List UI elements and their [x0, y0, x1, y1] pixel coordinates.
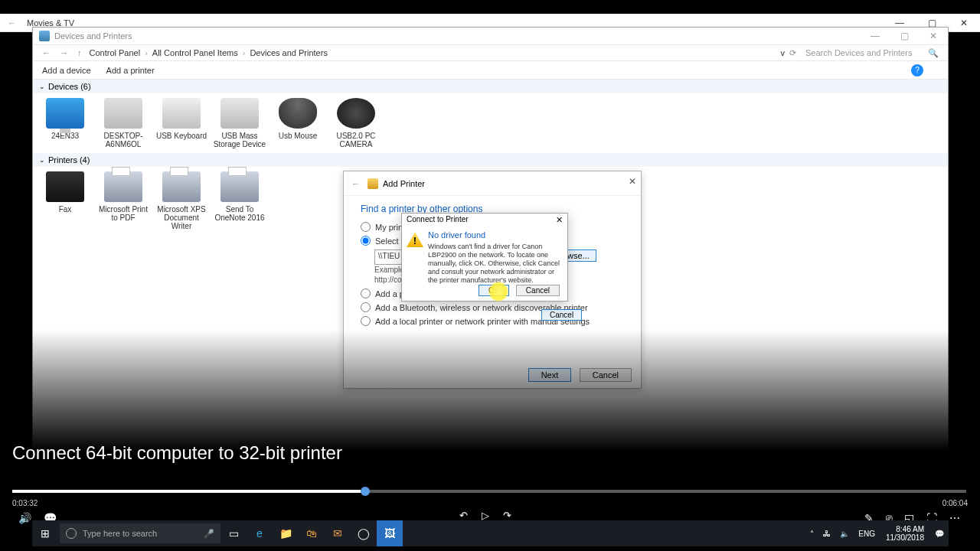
- tray-up-icon[interactable]: ˄: [805, 530, 818, 538]
- explorer-titlebar: Devices and Printers — ▢ ✕: [33, 28, 948, 44]
- status-bar: 10 items: [32, 487, 949, 502]
- skip-back-icon[interactable]: ↶: [459, 510, 468, 521]
- ex-max-button[interactable]: ▢: [890, 31, 919, 41]
- store-icon[interactable]: 🛍: [299, 520, 325, 546]
- time-duration: 0:06:04: [942, 499, 968, 507]
- cancel-button[interactable]: Cancel: [580, 368, 632, 382]
- opt-bt[interactable]: [361, 302, 371, 312]
- printer-icon: [104, 171, 142, 202]
- printers-section-header[interactable]: ⌄Printers (4): [33, 153, 948, 167]
- app-title: Movies & TV: [24, 18, 74, 28]
- sound-icon[interactable]: 🔈: [835, 530, 854, 538]
- nav-up-icon[interactable]: ↑: [73, 48, 87, 57]
- window-title: Devices and Printers: [54, 31, 132, 41]
- taskbar-clock[interactable]: 8:46 AM11/30/2018: [880, 525, 930, 542]
- mouse-icon: [279, 98, 317, 129]
- close-button[interactable]: ✕: [948, 18, 980, 28]
- item-label: Fax: [38, 205, 93, 214]
- search-input[interactable]: Search Devices and Printers: [801, 48, 923, 57]
- item-label: USB2.0 PC CAMERA: [328, 132, 384, 148]
- fax-icon: [46, 171, 84, 202]
- mail-icon[interactable]: ✉: [325, 520, 351, 546]
- add-device-link[interactable]: Add a device: [42, 66, 91, 75]
- ok-button[interactable]: OK: [479, 285, 509, 296]
- address-bar: ←→↑ Control Panel› All Control Panel Ite…: [33, 44, 948, 61]
- sub-heading: No driver found: [428, 230, 561, 240]
- opt-tcpip[interactable]: [361, 289, 371, 298]
- wiz-close-button[interactable]: ✕: [629, 176, 636, 187]
- device-item[interactable]: Microsoft XPS Document Writer: [154, 171, 209, 230]
- task-view-icon[interactable]: ▭: [220, 520, 247, 546]
- next-button[interactable]: Next: [528, 368, 572, 382]
- device-item[interactable]: USB Keyboard: [154, 98, 209, 148]
- mic-icon[interactable]: 🎤: [204, 529, 214, 539]
- sub-cancel-button[interactable]: Cancel: [516, 285, 560, 296]
- add-printer-link[interactable]: Add a printer: [106, 66, 155, 75]
- command-bar: Add a device Add a printer ?: [33, 61, 948, 80]
- breadcrumb[interactable]: Devices and Printers: [247, 48, 331, 57]
- sub-message: Windows can't find a driver for Canon LB…: [428, 243, 561, 285]
- item-label: USB Mass Storage Device: [212, 132, 267, 148]
- play-icon[interactable]: ▷: [482, 510, 489, 521]
- taskbar-search[interactable]: Type here to search🎤: [60, 523, 220, 543]
- monitor-icon: [46, 98, 84, 129]
- device-item[interactable]: DESKTOP-A6NM6OL: [96, 98, 151, 148]
- item-label: Microsoft Print to PDF: [96, 205, 151, 222]
- sub-title: Connect to Printer: [407, 215, 469, 226]
- video-caption: Connect 64-bit computer to 32-bit printe…: [12, 442, 342, 464]
- breadcrumb[interactable]: All Control Panel Items: [149, 48, 241, 57]
- warning-icon: !: [407, 232, 423, 247]
- ex-close-button[interactable]: ✕: [919, 31, 948, 41]
- cam-icon: [337, 98, 375, 129]
- back-arrow-icon[interactable]: ←: [0, 18, 24, 28]
- printer-icon: [220, 171, 259, 202]
- tower-icon: [104, 98, 142, 129]
- ex-min-button[interactable]: —: [861, 31, 890, 41]
- cortana-icon: [66, 528, 77, 539]
- file-explorer-icon[interactable]: 📁: [273, 520, 299, 546]
- search-icon[interactable]: 🔍: [923, 48, 943, 58]
- help-icon[interactable]: ?: [911, 64, 923, 77]
- lang-indicator[interactable]: ENG: [854, 530, 880, 538]
- video-scrubber[interactable]: [12, 490, 966, 493]
- printer-icon: [368, 178, 378, 189]
- item-label: Microsoft XPS Document Writer: [154, 205, 209, 230]
- device-item[interactable]: USB Mass Storage Device: [212, 98, 267, 148]
- device-item[interactable]: Send To OneNote 2016: [212, 171, 267, 230]
- time-current: 0:03:32: [12, 499, 38, 507]
- printer-icon: [162, 171, 201, 202]
- start-button[interactable]: ⊞: [32, 520, 58, 546]
- chrome-icon[interactable]: ◯: [351, 520, 377, 546]
- item-label: Send To OneNote 2016: [212, 205, 267, 222]
- scrub-knob[interactable]: [361, 487, 370, 496]
- breadcrumb[interactable]: Control Panel: [87, 48, 144, 57]
- action-center-icon[interactable]: 💬: [930, 530, 949, 538]
- photos-icon[interactable]: 🖼: [377, 520, 403, 546]
- nav-back-icon[interactable]: ←: [38, 48, 55, 57]
- opt-local[interactable]: [361, 316, 371, 326]
- refresh-icon[interactable]: ⟳: [785, 48, 801, 58]
- devices-section-header[interactable]: ⌄Devices (6): [33, 80, 948, 93]
- usb-icon: [220, 98, 259, 129]
- item-label: DESKTOP-A6NM6OL: [96, 132, 151, 148]
- nav-fwd-icon[interactable]: →: [55, 48, 73, 57]
- network-icon[interactable]: 🖧: [818, 530, 835, 538]
- device-item[interactable]: Microsoft Print to PDF: [96, 171, 151, 230]
- device-item[interactable]: USB2.0 PC CAMERA: [328, 98, 384, 148]
- progress-cancel-button[interactable]: Cancel: [541, 309, 582, 321]
- device-item[interactable]: Usb Mouse: [270, 98, 325, 148]
- opt-shared[interactable]: [361, 236, 371, 246]
- kbd-icon: [162, 98, 201, 129]
- printer-icon: [39, 31, 50, 41]
- edge-icon[interactable]: e: [247, 520, 273, 546]
- opt-older[interactable]: [361, 222, 371, 232]
- windows-taskbar: ⊞ Type here to search🎤 ▭ e 📁 🛍 ✉ ◯ 🖼 ˄ 🖧…: [32, 520, 949, 546]
- skip-fwd-icon[interactable]: ↷: [503, 510, 511, 521]
- device-item[interactable]: Fax: [38, 171, 93, 230]
- item-label: USB Keyboard: [154, 132, 209, 140]
- device-item[interactable]: 24EN33: [38, 98, 93, 148]
- item-label: Usb Mouse: [270, 132, 325, 140]
- wiz-back-icon[interactable]: ←: [351, 179, 360, 188]
- sub-close-button[interactable]: ✕: [556, 215, 563, 226]
- wiz-title: Add Printer: [383, 179, 425, 188]
